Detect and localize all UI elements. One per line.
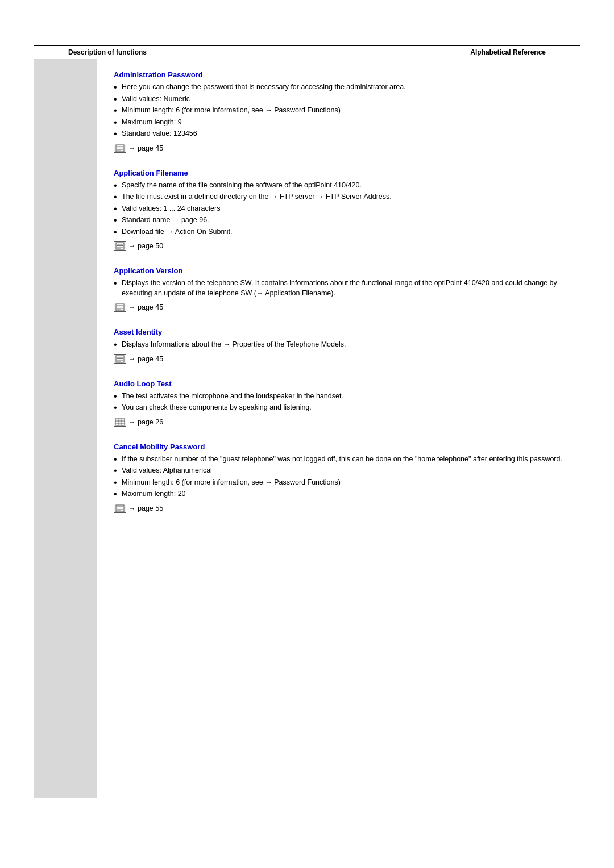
list-item: •If the subscriber number of the "guest …	[114, 454, 563, 465]
bullet-text: Download file → Action On Submit.	[122, 227, 563, 237]
page-ref-icon-special	[114, 418, 126, 427]
page-ref-application-filename: → page 50	[114, 241, 563, 251]
page-ref-asset-identity: → page 45	[114, 354, 563, 364]
list-item: •Valid values: 1 ... 24 characters	[114, 204, 563, 214]
bullet-icon: •	[114, 228, 122, 237]
page-ref-icon	[114, 303, 126, 312]
bullet-icon: •	[114, 490, 122, 499]
bullet-list-application-filename: •Specify the name of the file containing…	[114, 181, 563, 237]
bullet-icon: •	[114, 403, 122, 412]
page-ref-arrow: → page 45	[128, 144, 163, 152]
list-item: •Standard value: 123456	[114, 129, 563, 139]
bullet-text: The file must exist in a defined directo…	[122, 192, 563, 202]
bullet-text: Standard value: 123456	[122, 129, 563, 139]
entry-section-application-version: Application Version•Displays the version…	[114, 266, 563, 312]
bullet-text: Displays the version of the telephone SW…	[122, 278, 563, 298]
bullet-text: Specify the name of the file containing …	[122, 181, 563, 191]
page-ref-icon	[114, 144, 126, 153]
list-item: •The test activates the microphone and t…	[114, 391, 563, 402]
bullet-text: Standard name → page 96.	[122, 215, 563, 226]
entry-title-asset-identity: Asset Identity	[114, 328, 563, 336]
bullet-icon: •	[114, 95, 122, 104]
bullet-list-asset-identity: •Displays Informations about the → Prope…	[114, 340, 563, 350]
entry-title-cancel-mobility-password: Cancel Mobility Password	[114, 443, 563, 451]
bullet-icon: •	[114, 83, 122, 92]
bullet-icon: •	[114, 205, 122, 214]
bullet-text: Minimum length: 6 (for more information,…	[122, 106, 563, 116]
bullet-icon: •	[114, 478, 122, 487]
entry-section-asset-identity: Asset Identity•Displays Informations abo…	[114, 328, 563, 364]
bullet-icon: •	[114, 340, 122, 349]
bullet-list-admin-password: •Here you can change the password that i…	[114, 82, 563, 139]
entry-title-admin-password: Administration Password	[114, 70, 563, 79]
list-item: •Minimum length: 6 (for more information…	[114, 106, 563, 116]
header-left: Description of functions	[68, 48, 147, 56]
bullet-text: Valid values: Numeric	[122, 94, 563, 105]
page-ref-icon	[114, 504, 126, 513]
page-container: Description of functions Alphabetical Re…	[0, 45, 614, 868]
entry-section-admin-password: Administration Password•Here you can cha…	[114, 70, 563, 153]
page-ref-arrow: → page 45	[128, 303, 163, 311]
entry-title-application-version: Application Version	[114, 266, 563, 275]
header-right: Alphabetical Reference	[470, 48, 546, 56]
list-item: •Download file → Action On Submit.	[114, 227, 563, 237]
list-item: •Displays the version of the telephone S…	[114, 278, 563, 298]
list-item: •Displays Informations about the → Prope…	[114, 340, 563, 350]
bullet-text: Here you can change the password that is…	[122, 82, 563, 93]
entry-title-application-filename: Application Filename	[114, 169, 563, 177]
content-area: Administration Password•Here you can cha…	[34, 59, 580, 798]
bullet-icon: •	[114, 392, 122, 401]
page-ref-cancel-mobility-password: → page 55	[114, 504, 563, 513]
bullet-text: Valid values: Alphanumerical	[122, 466, 563, 476]
list-item: •Specify the name of the file containing…	[114, 181, 563, 191]
page-ref-admin-password: → page 45	[114, 144, 563, 153]
left-sidebar	[34, 59, 97, 798]
bullet-icon: •	[114, 130, 122, 139]
page-ref-arrow: → page 45	[128, 355, 163, 363]
header-bar: Description of functions Alphabetical Re…	[34, 45, 580, 59]
entry-section-cancel-mobility-password: Cancel Mobility Password•If the subscrib…	[114, 443, 563, 513]
bullet-list-audio-loop-test: •The test activates the microphone and t…	[114, 391, 563, 413]
list-item: •Here you can change the password that i…	[114, 82, 563, 93]
bullet-text: Maximum length: 9	[122, 118, 563, 128]
bullet-text: Maximum length: 20	[122, 489, 563, 499]
list-item: •You can check these components by speak…	[114, 403, 563, 413]
list-item: •Maximum length: 9	[114, 118, 563, 128]
page-ref-arrow: → page 55	[128, 504, 163, 512]
bullet-icon: •	[114, 118, 122, 127]
bullet-icon: •	[114, 466, 122, 475]
bullet-list-cancel-mobility-password: •If the subscriber number of the "guest …	[114, 454, 563, 499]
list-item: •Valid values: Numeric	[114, 94, 563, 105]
entry-section-application-filename: Application Filename•Specify the name of…	[114, 169, 563, 251]
list-item: •Standard name → page 96.	[114, 215, 563, 226]
bullet-icon: •	[114, 106, 122, 115]
bullet-list-application-version: •Displays the version of the telephone S…	[114, 278, 563, 298]
bullet-text: The test activates the microphone and th…	[122, 391, 563, 402]
bullet-text: You can check these components by speaki…	[122, 403, 563, 413]
page-ref-application-version: → page 45	[114, 303, 563, 312]
bullet-icon: •	[114, 193, 122, 202]
entry-title-audio-loop-test: Audio Loop Test	[114, 379, 563, 388]
page-ref-icon	[114, 354, 126, 364]
bullet-icon: •	[114, 216, 122, 225]
svg-rect-20	[115, 419, 125, 425]
bullet-text: Displays Informations about the → Proper…	[122, 340, 563, 350]
page-ref-audio-loop-test: → page 26	[114, 418, 563, 427]
main-content: Administration Password•Here you can cha…	[97, 59, 580, 798]
bullet-text: If the subscriber number of the "guest t…	[122, 454, 563, 465]
list-item: •Minimum length: 6 (for more information…	[114, 478, 563, 488]
list-item: •The file must exist in a defined direct…	[114, 192, 563, 202]
bullet-text: Minimum length: 6 (for more information,…	[122, 478, 563, 488]
bullet-icon: •	[114, 279, 122, 288]
page-ref-arrow: → page 26	[128, 418, 163, 426]
list-item: •Valid values: Alphanumerical	[114, 466, 563, 476]
list-item: •Maximum length: 20	[114, 489, 563, 499]
page-ref-arrow: → page 50	[128, 242, 163, 250]
entry-section-audio-loop-test: Audio Loop Test•The test activates the m…	[114, 379, 563, 427]
bullet-icon: •	[114, 455, 122, 464]
page-ref-icon	[114, 241, 126, 251]
bullet-text: Valid values: 1 ... 24 characters	[122, 204, 563, 214]
bullet-icon: •	[114, 181, 122, 190]
